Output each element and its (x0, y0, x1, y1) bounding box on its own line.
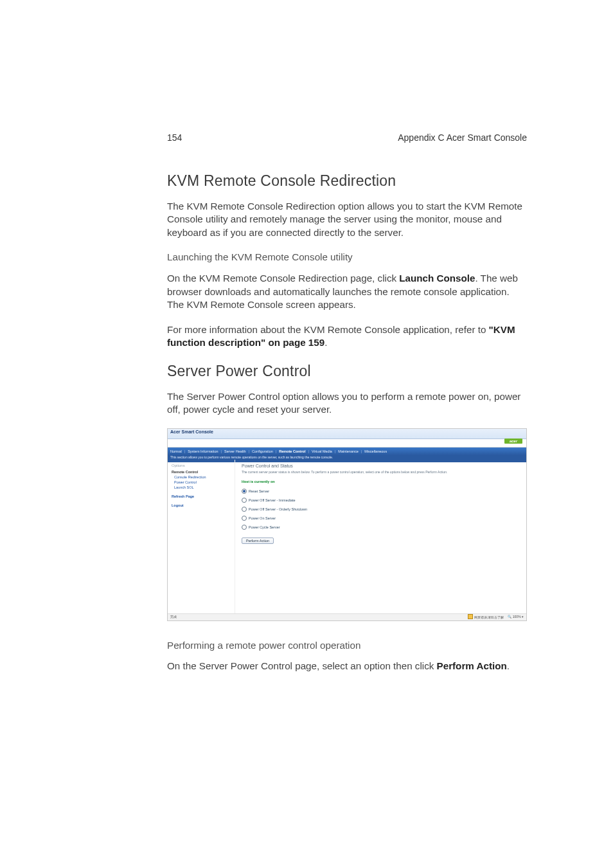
page-number: 154 (167, 132, 182, 144)
tab-configuration[interactable]: Configuration (252, 449, 273, 453)
sidebar-group: Remote Control (172, 470, 231, 474)
tab-normal[interactable]: Normal (170, 449, 182, 453)
para-power-intro: The Server Power Control option allows y… (167, 390, 527, 417)
radio-icon[interactable] (242, 507, 247, 512)
tab-virtual-media[interactable]: Virtual Media (312, 449, 332, 453)
screenshot-sidebar: Options Remote Control Console Redirecti… (168, 460, 235, 614)
tab-remote-control[interactable]: Remote Control (279, 449, 305, 453)
zoom-value: 100% (513, 615, 521, 619)
embedded-screenshot: Acer Smart Console acer Normal| System I… (167, 428, 527, 621)
text-fragment: On the Server Power Control page, select… (167, 660, 437, 671)
screenshot-body: Options Remote Control Console Redirecti… (168, 460, 526, 614)
option-label: Reset Server (249, 489, 269, 493)
radio-icon[interactable] (242, 489, 247, 494)
option-power-off-orderly[interactable]: Power Off Server - Orderly Shutdown (242, 507, 520, 512)
subhead-performing: Performing a remote power control operat… (167, 639, 527, 653)
running-head: 154 Appendix C Acer Smart Console (167, 132, 527, 144)
option-power-on[interactable]: Power On Server (242, 516, 520, 521)
screenshot-statusbar: 完成 网页错误,请双击了解 🔍 100% ▾ (168, 613, 526, 620)
radio-icon[interactable] (242, 498, 247, 503)
statusbar-zoom[interactable]: 🔍 100% ▾ (508, 615, 524, 619)
option-label: Power Off Server - Immediate (249, 498, 296, 502)
radio-icon[interactable] (242, 516, 247, 521)
para-more-info: For more information about the KVM Remot… (167, 323, 527, 350)
heading-kvm-redirection: KVM Remote Console Redirection (167, 171, 527, 191)
para-launch-console: On the KVM Remote Console Redirection pa… (167, 272, 527, 312)
option-reset-server[interactable]: Reset Server (242, 489, 520, 494)
perform-action-button[interactable]: Perform Action (242, 538, 274, 544)
screenshot-tabs: Normal| System Information| Server Healt… (168, 448, 526, 455)
host-status: Host is currently on (242, 480, 520, 484)
main-desc: The current server power status is shown… (242, 471, 520, 475)
option-label: Power Cycle Server (249, 525, 280, 529)
tab-maintenance[interactable]: Maintenance (338, 449, 359, 453)
sidebar-link-refresh[interactable]: Refresh Page (172, 494, 231, 498)
sidebar-link-logout[interactable]: Logout (172, 503, 231, 507)
document-page: 154 Appendix C Acer Smart Console KVM Re… (167, 0, 527, 673)
text-fragment: . (507, 660, 510, 671)
brand-logo: acer (504, 439, 522, 444)
main-heading: Power Control and Status (242, 464, 520, 469)
option-power-off-immediate[interactable]: Power Off Server - Immediate (242, 498, 520, 503)
option-label: Power On Server (249, 516, 276, 520)
statusbar-left: 完成 (170, 615, 177, 619)
subhead-launching: Launching the KVM Remote Console utility (167, 251, 527, 264)
para-perform-action: On the Server Power Control page, select… (167, 660, 527, 673)
option-power-cycle[interactable]: Power Cycle Server (242, 525, 520, 530)
screenshot-main: Power Control and Status The current ser… (235, 460, 526, 614)
radio-icon[interactable] (242, 525, 247, 530)
tab-misc[interactable]: Miscellaneous (364, 449, 387, 453)
sidebar-header: Options (172, 464, 231, 468)
option-label: Power Off Server - Orderly Shutdown (249, 507, 307, 511)
perform-action-label: Perform Action (437, 660, 507, 671)
para-kvm-intro: The KVM Remote Console Redirection optio… (167, 200, 527, 240)
tab-system-info[interactable]: System Information (188, 449, 218, 453)
sidebar-item-power-control[interactable]: Power Control (174, 480, 231, 484)
heading-server-power: Server Power Control (167, 361, 527, 381)
appendix-title: Appendix C Acer Smart Console (398, 132, 527, 144)
screenshot-titlebar: Acer Smart Console (168, 429, 526, 439)
screenshot-brandbar: acer (168, 439, 526, 448)
sidebar-item-launch-sol[interactable]: Launch SOL (174, 485, 231, 489)
text-fragment: For more information about the KVM Remot… (167, 324, 489, 335)
tab-server-health[interactable]: Server Health (224, 449, 246, 453)
text-fragment: On the KVM Remote Console Redirection pa… (167, 273, 399, 284)
text-fragment: . (324, 337, 327, 348)
statusbar-security-msg[interactable]: 网页错误,请双击了解 (468, 614, 504, 620)
launch-console-label: Launch Console (399, 273, 475, 284)
sidebar-item-console-redirection[interactable]: Console Redirection (174, 475, 231, 479)
